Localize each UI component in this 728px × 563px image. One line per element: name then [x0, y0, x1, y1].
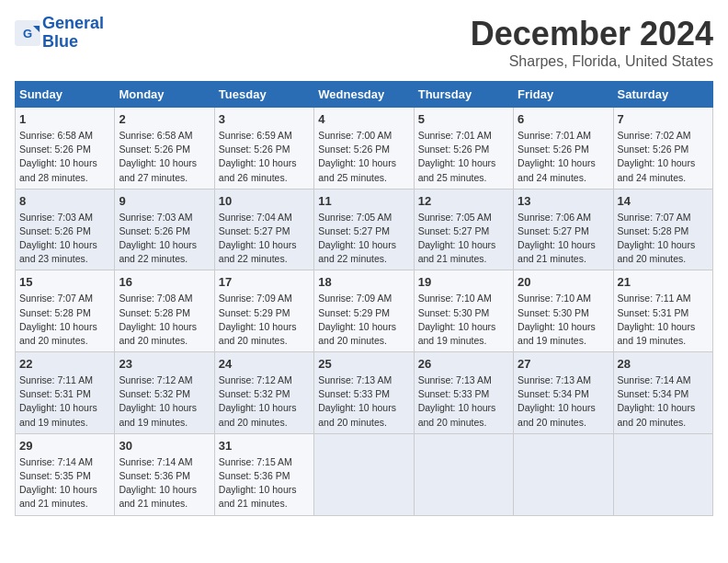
day-number: 12 [418, 194, 431, 208]
day-number: 3 [219, 112, 225, 126]
calendar-cell: 9Sunrise: 7:03 AMSunset: 5:26 PMDaylight… [115, 189, 214, 270]
calendar-cell: 11Sunrise: 7:05 AMSunset: 5:27 PMDayligh… [314, 189, 414, 270]
day-number: 16 [119, 275, 131, 289]
day-header-saturday: Saturday [613, 82, 712, 108]
day-header-sunday: Sunday [16, 82, 115, 108]
day-header-wednesday: Wednesday [314, 82, 414, 108]
day-number: 11 [318, 194, 331, 208]
day-number: 8 [19, 194, 26, 208]
calendar-cell: 27Sunrise: 7:13 AMSunset: 5:34 PMDayligh… [514, 352, 613, 434]
calendar-cell: 8Sunrise: 7:03 AMSunset: 5:26 PMDaylight… [16, 189, 115, 270]
day-number: 9 [119, 194, 125, 208]
calendar-table: SundayMondayTuesdayWednesdayThursdayFrid… [15, 81, 713, 516]
calendar-cell: 15Sunrise: 7:07 AMSunset: 5:28 PMDayligh… [16, 270, 115, 352]
calendar-cell: 30Sunrise: 7:14 AMSunset: 5:36 PMDayligh… [115, 433, 214, 515]
day-number: 19 [418, 275, 431, 289]
day-number: 31 [219, 439, 232, 453]
page-header: G GeneralBlue December 2024 Sharpes, Flo… [15, 15, 713, 70]
calendar-cell: 23Sunrise: 7:12 AMSunset: 5:32 PMDayligh… [115, 352, 214, 434]
svg-text:G: G [23, 27, 32, 40]
calendar-cell: 19Sunrise: 7:10 AMSunset: 5:30 PMDayligh… [414, 270, 513, 352]
calendar-cell: 21Sunrise: 7:11 AMSunset: 5:31 PMDayligh… [613, 270, 712, 352]
calendar-cell: 3Sunrise: 6:59 AMSunset: 5:26 PMDaylight… [214, 108, 313, 190]
day-number: 4 [318, 112, 324, 126]
calendar-cell [613, 433, 712, 515]
day-number: 14 [618, 194, 631, 208]
day-header-monday: Monday [115, 82, 214, 108]
calendar-cell: 22Sunrise: 7:11 AMSunset: 5:31 PMDayligh… [16, 352, 115, 434]
calendar-cell: 5Sunrise: 7:01 AMSunset: 5:26 PMDaylight… [414, 108, 513, 190]
title-block: December 2024 Sharpes, Florida, United S… [471, 15, 713, 70]
calendar-cell: 29Sunrise: 7:14 AMSunset: 5:35 PMDayligh… [16, 433, 115, 515]
location: Sharpes, Florida, United States [471, 53, 713, 70]
calendar-cell: 24Sunrise: 7:12 AMSunset: 5:32 PMDayligh… [214, 352, 313, 434]
calendar-cell: 25Sunrise: 7:13 AMSunset: 5:33 PMDayligh… [314, 352, 414, 434]
day-number: 29 [19, 439, 32, 453]
calendar-week-row: 15Sunrise: 7:07 AMSunset: 5:28 PMDayligh… [16, 270, 713, 352]
calendar-cell: 7Sunrise: 7:02 AMSunset: 5:26 PMDaylight… [613, 108, 712, 190]
calendar-cell: 31Sunrise: 7:15 AMSunset: 5:36 PMDayligh… [214, 433, 313, 515]
day-number: 26 [418, 357, 431, 371]
calendar-cell: 4Sunrise: 7:00 AMSunset: 5:26 PMDaylight… [314, 108, 414, 190]
calendar-cell: 14Sunrise: 7:07 AMSunset: 5:28 PMDayligh… [613, 189, 712, 270]
day-number: 1 [19, 112, 26, 126]
logo: G GeneralBlue [15, 15, 104, 52]
calendar-week-row: 29Sunrise: 7:14 AMSunset: 5:35 PMDayligh… [16, 433, 713, 515]
calendar-cell: 26Sunrise: 7:13 AMSunset: 5:33 PMDayligh… [414, 352, 513, 434]
calendar-cell: 28Sunrise: 7:14 AMSunset: 5:34 PMDayligh… [613, 352, 712, 434]
calendar-header-row: SundayMondayTuesdayWednesdayThursdayFrid… [16, 82, 713, 108]
calendar-cell: 2Sunrise: 6:58 AMSunset: 5:26 PMDaylight… [115, 108, 214, 190]
day-number: 22 [19, 357, 32, 371]
calendar-cell: 13Sunrise: 7:06 AMSunset: 5:27 PMDayligh… [514, 189, 613, 270]
day-number: 18 [318, 275, 331, 289]
day-header-friday: Friday [514, 82, 613, 108]
day-number: 10 [219, 194, 232, 208]
day-number: 17 [219, 275, 232, 289]
calendar-cell: 16Sunrise: 7:08 AMSunset: 5:28 PMDayligh… [115, 270, 214, 352]
calendar-body: 1Sunrise: 6:58 AMSunset: 5:26 PMDaylight… [16, 108, 713, 516]
day-number: 21 [618, 275, 631, 289]
logo-text: GeneralBlue [42, 15, 104, 52]
calendar-week-row: 8Sunrise: 7:03 AMSunset: 5:26 PMDaylight… [16, 189, 713, 270]
calendar-cell: 1Sunrise: 6:58 AMSunset: 5:26 PMDaylight… [16, 108, 115, 190]
day-number: 13 [518, 194, 530, 208]
month-title: December 2024 [471, 15, 713, 53]
calendar-cell: 18Sunrise: 7:09 AMSunset: 5:29 PMDayligh… [314, 270, 414, 352]
calendar-cell [514, 433, 613, 515]
day-number: 6 [518, 112, 524, 126]
calendar-cell: 12Sunrise: 7:05 AMSunset: 5:27 PMDayligh… [414, 189, 513, 270]
calendar-cell [314, 433, 414, 515]
day-number: 24 [219, 357, 232, 371]
day-number: 25 [318, 357, 331, 371]
day-number: 5 [418, 112, 425, 126]
calendar-cell [414, 433, 513, 515]
day-number: 2 [119, 112, 125, 126]
day-number: 30 [119, 439, 131, 453]
day-number: 23 [119, 357, 131, 371]
day-number: 15 [19, 275, 32, 289]
calendar-cell: 6Sunrise: 7:01 AMSunset: 5:26 PMDaylight… [514, 108, 613, 190]
logo-icon: G [15, 20, 40, 46]
day-number: 7 [618, 112, 624, 126]
calendar-cell: 20Sunrise: 7:10 AMSunset: 5:30 PMDayligh… [514, 270, 613, 352]
calendar-week-row: 1Sunrise: 6:58 AMSunset: 5:26 PMDaylight… [16, 108, 713, 190]
day-number: 27 [518, 357, 530, 371]
day-header-thursday: Thursday [414, 82, 513, 108]
day-header-tuesday: Tuesday [214, 82, 313, 108]
calendar-cell: 17Sunrise: 7:09 AMSunset: 5:29 PMDayligh… [214, 270, 313, 352]
calendar-week-row: 22Sunrise: 7:11 AMSunset: 5:31 PMDayligh… [16, 352, 713, 434]
day-number: 28 [618, 357, 631, 371]
day-number: 20 [518, 275, 530, 289]
calendar-cell: 10Sunrise: 7:04 AMSunset: 5:27 PMDayligh… [214, 189, 313, 270]
